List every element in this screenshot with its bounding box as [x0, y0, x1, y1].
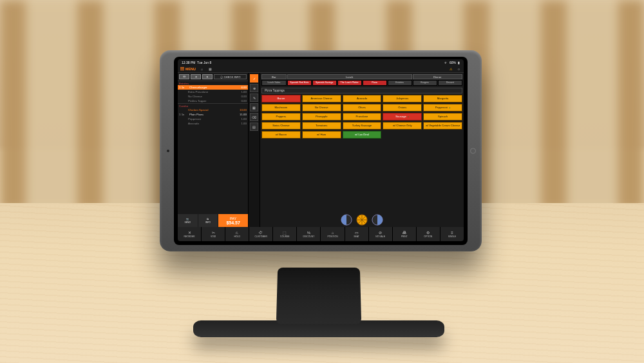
bottom-print[interactable]: 🖶PRINT — [393, 227, 416, 241]
topping-button[interactable]: Pepperoni+ — [423, 104, 462, 112]
tablet-stand-neck — [276, 268, 361, 324]
rail-add-button[interactable]: ⊕ — [250, 84, 258, 92]
bottom-customer[interactable]: ⏱CUSTOMER — [249, 227, 272, 241]
battery-pct: 60% — [450, 61, 456, 64]
pay-amount: $54.57 — [226, 221, 240, 225]
topping-button[interactable]: Jalapenos — [383, 95, 422, 103]
subcategory-button[interactable]: Spanish Red Hots — [287, 80, 312, 86]
order-row[interactable]: No Cheese0.00 — [178, 94, 248, 99]
send-icon: 📷 — [186, 218, 189, 221]
order-row[interactable]: Pickles Topper0.00 — [178, 99, 248, 103]
app-header: MENU ⌕ ▦ ⚠ ☺ — [178, 65, 464, 73]
bottom-icon: ⎌ — [236, 231, 238, 235]
portion-whole[interactable] — [356, 214, 368, 226]
order-item-list[interactable]: Entrées1 1xCheeseburger6.00Extra Provolo… — [178, 81, 248, 214]
nav-left[interactable]: ◀ — [191, 74, 201, 79]
bottom-icon: ≡ — [451, 231, 453, 235]
topping-button[interactable]: w/ Lox Deal — [343, 131, 382, 139]
battery-icon: ▮ — [458, 61, 460, 64]
hamburger-icon — [180, 67, 184, 70]
topping-button[interactable]: Mushroom — [261, 104, 301, 112]
tablet-frame: 12:38 PM Tue Jun 8 ᯤ 60% ▮ MENU ⌕ ▦ ⚠ ☺ — [160, 50, 482, 251]
home-button[interactable] — [470, 148, 476, 154]
bottom-hold[interactable]: ⎌HOLD — [225, 227, 249, 241]
bottom-action-bar: ✕REORDER✂VOID⎌HOLD⏱CUSTOMER⬚COURSE%DISCO… — [178, 227, 464, 241]
topping-button[interactable]: Olives — [343, 104, 382, 112]
portion-left-half[interactable] — [341, 214, 352, 226]
topping-button[interactable]: Provolone — [343, 113, 382, 121]
rail-delete-button[interactable]: ⌫ — [250, 113, 258, 121]
nav-right[interactable]: ▶ — [202, 74, 213, 79]
bottom-icon: ⏱ — [259, 231, 263, 235]
category-header[interactable]: Dinner — [413, 74, 463, 79]
send-button[interactable]: 📷 SEND — [178, 214, 198, 227]
bottom-reorder[interactable]: ✕REORDER — [178, 227, 201, 241]
menu-button[interactable]: MENU — [180, 67, 196, 71]
portion-right-half[interactable] — [372, 214, 383, 226]
order-row[interactable]: 1 1xPlain Pizza11.00 — [178, 112, 248, 117]
topping-button[interactable]: Tomatoes — [302, 122, 341, 130]
bottom-icon: ⊘ — [379, 231, 382, 235]
order-row[interactable]: Chicken Special10.00 — [178, 108, 248, 112]
ios-statusbar: 12:38 PM Tue Jun 8 ᯤ 60% ▮ — [178, 59, 464, 65]
category-header[interactable]: Bar — [261, 74, 287, 79]
subcategory-button[interactable]: The Lunch Platter — [337, 80, 362, 86]
search-icon[interactable]: ⌕ — [200, 66, 204, 71]
topping-button[interactable]: Peppers — [261, 113, 301, 121]
topping-button[interactable]: Sausage+ — [383, 113, 422, 121]
order-row[interactable]: Entrées — [178, 81, 248, 85]
pizza-portion-selector — [260, 211, 464, 227]
subcategory-button[interactable]: Dessert — [438, 80, 462, 86]
rail-done-button[interactable]: ✓ — [250, 74, 258, 83]
rail-list-button[interactable]: ▤ — [250, 123, 258, 131]
topping-button[interactable]: w/ Ham — [302, 131, 341, 139]
topping-button[interactable]: Spinach — [423, 113, 462, 121]
subcategory-button[interactable]: Burgers — [413, 80, 437, 86]
rail-edit-button[interactable]: ✎ — [250, 93, 258, 102]
topping-button[interactable]: w/ Bacon — [261, 131, 301, 139]
order-row[interactable]: Extra Provolone1.00 — [178, 90, 248, 94]
check-info-label: CHECK INFO — [224, 75, 241, 79]
keyboard-toggle[interactable]: ⌨ — [179, 74, 189, 79]
front-camera — [167, 150, 169, 152]
order-row[interactable]: Combo — [178, 103, 248, 108]
bottom-position[interactable]: ⌂POSITION — [321, 227, 344, 241]
bottom-course[interactable]: ⬚COURSE — [273, 227, 296, 241]
topping-button[interactable]: American Cheese — [302, 95, 341, 103]
topping-button[interactable]: Pineapple — [302, 113, 341, 121]
check-info-button[interactable]: ⓘ CHECK INFO — [214, 74, 247, 79]
info-button[interactable]: 🗎 INFO — [198, 214, 218, 227]
topping-button[interactable]: Onions — [383, 104, 422, 112]
bottom-void[interactable]: ✂VOID — [202, 227, 225, 241]
order-row[interactable]: Pepperoni1.00 — [178, 117, 248, 121]
subcategory-button[interactable]: Specials Savings — [312, 80, 337, 86]
topping-button[interactable]: w/ Vegetable Cream Cheese — [423, 122, 462, 130]
order-row[interactable]: 1 1xCheeseburger6.00 — [178, 85, 248, 90]
topping-button[interactable]: Bacon — [261, 95, 301, 103]
subcategory-button[interactable]: Lunch Sides — [261, 80, 287, 86]
topping-button[interactable]: w/ Cheese Only — [383, 122, 422, 130]
subcategory-button[interactable]: Entrées — [388, 80, 412, 86]
category-header[interactable]: Lunch — [287, 74, 412, 79]
main-panel: BarLunch SidesLunchSpanish Red HotsSpeci… — [260, 73, 464, 227]
topping-button[interactable]: Margarita — [423, 95, 462, 103]
date: Tue Jun 8 — [197, 61, 211, 64]
bottom-no-sale[interactable]: ⊘NO SALE — [369, 227, 392, 241]
menu-label: MENU — [185, 67, 196, 71]
topping-button[interactable]: Swiss Cheese — [261, 122, 301, 130]
pay-button[interactable]: PAY $54.57 — [218, 214, 248, 227]
grid-view-icon[interactable]: ▦ — [208, 66, 213, 71]
alert-icon[interactable]: ⚠ — [448, 66, 453, 71]
bottom-discount[interactable]: %DISCOUNT — [297, 227, 320, 241]
topping-button[interactable]: Turkey Sausage — [343, 122, 382, 130]
topping-button[interactable]: Avocado — [343, 95, 382, 103]
user-icon[interactable]: ☺ — [457, 66, 461, 71]
bottom-option[interactable]: ⚙OPTION — [417, 227, 440, 241]
bottom-seat[interactable]: ▭SEAT — [345, 227, 368, 241]
topping-button[interactable]: No Cheese — [302, 104, 341, 112]
order-row[interactable]: Avocado1.00 — [178, 121, 248, 126]
subcategory-button[interactable]: Pizza — [363, 80, 387, 86]
rail-grid-button[interactable]: ▦ — [250, 103, 258, 112]
bottom-icon: % — [307, 231, 310, 235]
bottom-single[interactable]: ≡SINGLE — [440, 227, 464, 241]
